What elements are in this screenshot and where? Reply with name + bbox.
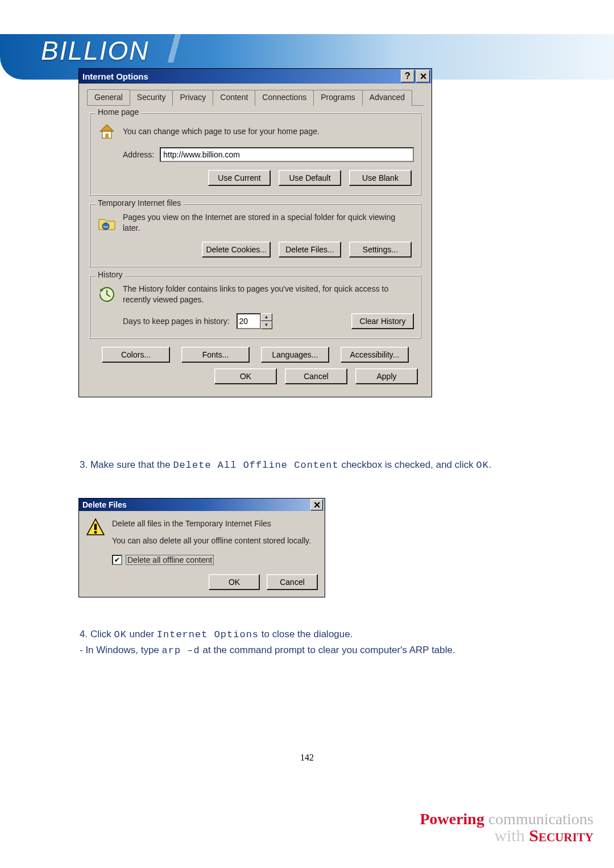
- warning-icon: [86, 518, 105, 537]
- cancel-button[interactable]: Cancel: [267, 574, 318, 590]
- use-blank-button[interactable]: Use Blank: [349, 170, 412, 186]
- internet-options-dialog: Internet Options ? ✕ General Security Pr…: [78, 68, 432, 397]
- use-default-button[interactable]: Use Default: [279, 170, 341, 186]
- ok-button[interactable]: OK: [209, 574, 260, 590]
- delete-files-button[interactable]: Delete Files...: [279, 242, 341, 258]
- colors-button[interactable]: Colors...: [102, 347, 170, 363]
- close-icon: ✕: [313, 500, 321, 510]
- fonts-button[interactable]: Fonts...: [181, 347, 250, 363]
- delete-files-text: Delete all files in the Temporary Intern…: [112, 518, 311, 547]
- tab-programs[interactable]: Programs: [313, 90, 363, 106]
- history-icon: [97, 284, 117, 305]
- close-icon: ✕: [420, 71, 427, 82]
- delete-cookies-button[interactable]: Delete Cookies...: [202, 242, 271, 258]
- footer-tagline: Powering communications with Security: [420, 810, 594, 845]
- spin-down-icon[interactable]: ▼: [261, 321, 272, 329]
- tab-strip: General Security Privacy Content Connect…: [87, 89, 424, 106]
- tab-content[interactable]: Content: [213, 90, 255, 106]
- close-button[interactable]: ✕: [416, 70, 430, 82]
- days-label: Days to keep pages in history:: [123, 317, 230, 326]
- group-tempfiles: Temporary Internet files Pages you view …: [89, 203, 421, 267]
- help-button[interactable]: ?: [401, 70, 414, 82]
- dialog-titlebar[interactable]: Delete Files ✕: [79, 499, 325, 511]
- svg-point-3: [102, 223, 109, 230]
- dialog-title: Delete Files: [82, 500, 127, 509]
- history-desc: The History folder contains links to pag…: [123, 284, 414, 305]
- group-history: History The History folder contains link…: [89, 275, 421, 339]
- delete-files-dialog: Delete Files ✕ Delete all files in the T…: [78, 498, 325, 597]
- address-input[interactable]: [160, 147, 414, 162]
- group-history-legend: History: [96, 270, 125, 279]
- instruction-step-3: 3. Make sure that the Delete All Offline…: [80, 457, 534, 473]
- svg-rect-8: [94, 531, 97, 533]
- clear-history-button[interactable]: Clear History: [351, 313, 414, 329]
- tab-privacy[interactable]: Privacy: [172, 90, 213, 106]
- folder-ie-icon: [97, 213, 117, 233]
- dialog-button-row: OK Cancel Apply: [87, 368, 418, 384]
- home-icon: [97, 121, 117, 142]
- brand-logo: BILLION: [41, 35, 149, 66]
- tab-connections[interactable]: Connections: [255, 90, 314, 106]
- document-page: BILLION Internet Options ? ✕ General Sec…: [0, 0, 614, 868]
- svg-rect-2: [105, 134, 109, 138]
- tab-advanced[interactable]: Advanced: [362, 90, 412, 106]
- dialog-title: Internet Options: [82, 72, 148, 81]
- svg-rect-7: [94, 524, 97, 530]
- spin-up-icon[interactable]: ▲: [261, 313, 272, 321]
- homepage-desc: You can change which page to use for you…: [123, 126, 320, 137]
- accessibility-button[interactable]: Accessibility...: [341, 347, 409, 363]
- instruction-step-4: 4. Click OK under Internet Options to cl…: [80, 626, 534, 658]
- group-homepage-legend: Home page: [96, 107, 141, 117]
- ok-button[interactable]: OK: [214, 368, 277, 384]
- group-tempfiles-legend: Temporary Internet files: [96, 198, 183, 207]
- days-input[interactable]: [237, 313, 261, 329]
- use-current-button[interactable]: Use Current: [208, 170, 271, 186]
- cancel-button[interactable]: Cancel: [285, 368, 347, 384]
- delete-offline-checkbox[interactable]: ✔: [112, 555, 122, 565]
- svg-marker-0: [100, 124, 114, 131]
- dialog-titlebar[interactable]: Internet Options ? ✕: [79, 69, 432, 84]
- close-button[interactable]: ✕: [310, 499, 323, 510]
- delete-offline-label: Delete all offline content: [126, 555, 214, 565]
- group-homepage: Home page You can change which page to u…: [89, 113, 421, 196]
- tab-security[interactable]: Security: [130, 90, 173, 106]
- address-label: Address:: [123, 150, 154, 159]
- settings-button[interactable]: Settings...: [349, 242, 412, 258]
- days-spin[interactable]: ▲ ▼: [237, 313, 272, 329]
- page-number: 142: [0, 753, 614, 763]
- bottom-quad-row: Colors... Fonts... Languages... Accessib…: [89, 347, 421, 363]
- apply-button[interactable]: Apply: [355, 368, 418, 384]
- languages-button[interactable]: Languages...: [261, 347, 329, 363]
- tab-general[interactable]: General: [87, 89, 130, 105]
- tempfiles-desc: Pages you view on the Internet are store…: [123, 212, 414, 234]
